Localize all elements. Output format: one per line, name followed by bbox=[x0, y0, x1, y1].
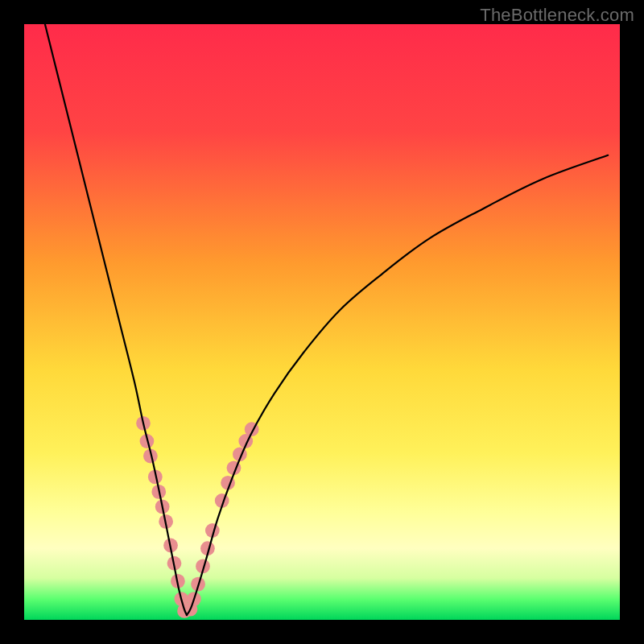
watermark-label: TheBottleneck.com bbox=[480, 5, 634, 26]
chart-frame: TheBottleneck.com bbox=[0, 0, 644, 644]
plot-area bbox=[24, 24, 620, 620]
curve-layer bbox=[24, 24, 620, 620]
curve-right-arm bbox=[187, 155, 608, 615]
curve-left-arm bbox=[45, 24, 187, 615]
